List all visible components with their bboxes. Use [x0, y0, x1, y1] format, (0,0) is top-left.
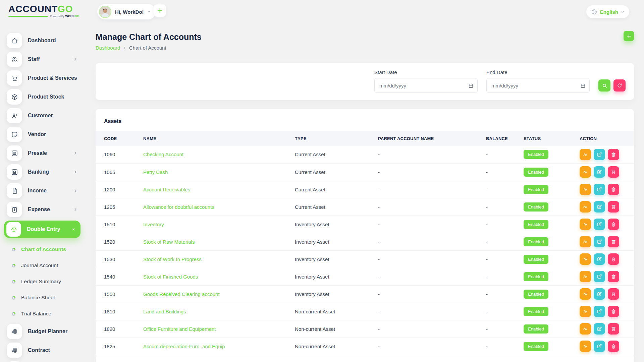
chevron-down-icon — [71, 227, 76, 232]
delete-button[interactable] — [608, 149, 619, 160]
activity-button[interactable] — [580, 288, 591, 300]
sidebar-item[interactable]: Presale — [7, 145, 78, 161]
activity-button[interactable] — [580, 184, 591, 195]
sidebar-item[interactable]: Double Entry — [4, 221, 80, 238]
activity-button[interactable] — [580, 271, 591, 282]
delete-button[interactable] — [608, 271, 619, 282]
breadcrumb-current: Chart of Account — [129, 45, 166, 51]
quick-add-button[interactable] — [154, 4, 166, 17]
edit-icon — [597, 274, 602, 279]
account-balance: - — [483, 303, 520, 320]
delete-button[interactable] — [608, 184, 619, 195]
sidebar-item[interactable]: $ Budget Planner — [7, 324, 78, 339]
activity-button[interactable] — [580, 323, 591, 335]
delete-button[interactable] — [608, 201, 619, 213]
edit-button[interactable] — [594, 306, 605, 317]
activity-button[interactable] — [580, 341, 591, 352]
edit-button[interactable] — [594, 201, 605, 213]
activity-button[interactable] — [580, 219, 591, 230]
edit-button[interactable] — [594, 288, 605, 300]
breadcrumb-dashboard-link[interactable]: Dashboard — [96, 45, 120, 51]
edit-button[interactable] — [594, 341, 605, 352]
table-header-row: CODENAMETYPEPARENT ACCOUNT NAMEBALANCEST… — [96, 131, 634, 146]
edit-button[interactable] — [594, 236, 605, 247]
sidebar-item[interactable]: Banking — [7, 164, 78, 180]
submenu-item[interactable]: Trial Balance — [7, 306, 95, 322]
sidebar-item-label: Dashboard — [28, 38, 56, 44]
submenu-item[interactable]: Chart of Accounts — [7, 241, 95, 257]
apply-filter-button[interactable] — [598, 79, 610, 92]
edit-button[interactable] — [594, 271, 605, 282]
account-name-link[interactable]: Account Receivables — [143, 187, 190, 192]
delete-button[interactable] — [608, 219, 619, 230]
account-name-link[interactable]: Inventory — [143, 222, 164, 227]
reset-filter-button[interactable] — [613, 79, 626, 92]
edit-button[interactable] — [594, 253, 605, 265]
activity-wave-icon — [583, 256, 588, 262]
delete-button[interactable] — [608, 166, 619, 178]
sidebar-item[interactable]: Income — [7, 183, 78, 198]
delete-button[interactable] — [608, 306, 619, 317]
account-name-link[interactable]: Stock of Finished Goods — [143, 274, 198, 280]
account-code: 1540 — [96, 268, 140, 285]
sidebar-item[interactable]: $ Contract — [7, 343, 78, 358]
activity-button[interactable] — [580, 149, 591, 160]
parent-account-name: - — [375, 320, 483, 338]
activity-wave-icon — [583, 326, 588, 331]
account-name-link[interactable]: Goods Received Clearing account — [143, 291, 220, 297]
edit-button[interactable] — [594, 149, 605, 160]
bank-icon — [7, 145, 22, 161]
start-date-input[interactable] — [374, 78, 478, 93]
delete-button[interactable] — [608, 253, 619, 265]
account-name-link[interactable]: Land and Buildings — [143, 309, 186, 314]
sidebar-item[interactable]: Expense — [7, 202, 78, 217]
account-name-link[interactable]: Accum.depreciation-Furn. and Equip — [143, 344, 225, 349]
edit-icon — [597, 344, 602, 349]
sidebar-item[interactable]: Product Stock — [7, 89, 78, 105]
submenu-item[interactable]: Ledger Summary — [7, 274, 95, 290]
submenu-item[interactable]: Balance Sheet — [7, 290, 95, 306]
language-selector[interactable]: English — [586, 5, 629, 18]
delete-button[interactable] — [608, 288, 619, 300]
trash-icon — [611, 291, 616, 297]
brand-name-primary: ACCOUNT — [8, 4, 58, 14]
powered-brand-a: WORK — [65, 14, 75, 18]
delete-button[interactable] — [608, 341, 619, 352]
activity-button[interactable] — [580, 166, 591, 178]
sidebar-item-label: Expense — [28, 206, 50, 213]
activity-button[interactable] — [580, 201, 591, 213]
sidebar-item[interactable]: Dashboard — [7, 33, 78, 48]
note-icon — [7, 127, 22, 142]
edit-icon — [597, 239, 602, 244]
sidebar-item[interactable]: Product & Services — [7, 70, 78, 86]
end-date-input[interactable] — [486, 78, 590, 93]
edit-icon — [597, 187, 602, 192]
sidebar-item-label: Contract — [28, 347, 50, 353]
account-name-link[interactable]: Checking Account — [143, 152, 183, 157]
activity-wave-icon — [583, 239, 588, 244]
sidebar-item[interactable]: Vendor — [7, 127, 78, 142]
delete-button[interactable] — [608, 323, 619, 335]
create-account-button[interactable] — [624, 31, 634, 41]
row-actions — [580, 149, 631, 160]
activity-button[interactable] — [580, 253, 591, 265]
delete-button[interactable] — [608, 236, 619, 247]
edit-button[interactable] — [594, 184, 605, 195]
edit-button[interactable] — [594, 166, 605, 178]
submenu-item[interactable]: Journal Account — [7, 257, 95, 274]
edit-icon — [597, 309, 602, 314]
account-name-link[interactable]: Stock of Raw Materials — [143, 239, 195, 245]
status-badge: Enabled — [524, 324, 548, 334]
edit-button[interactable] — [594, 219, 605, 230]
account-name-link[interactable]: Allowance for doubtful accounts — [143, 204, 214, 210]
edit-button[interactable] — [594, 323, 605, 335]
sidebar-item[interactable]: Staff — [7, 52, 78, 67]
activity-button[interactable] — [580, 306, 591, 317]
account-name-link[interactable]: Stock of Work In Progress — [143, 256, 202, 262]
account-name-link[interactable]: Petty Cash — [143, 169, 168, 175]
account-name-link[interactable]: Office Furniture and Equipement — [143, 326, 216, 332]
activity-button[interactable] — [580, 236, 591, 247]
sidebar-item[interactable]: Customer — [7, 108, 78, 123]
trash-icon — [611, 222, 616, 227]
user-menu-button[interactable]: Hi, WorkDo! — [97, 4, 156, 19]
